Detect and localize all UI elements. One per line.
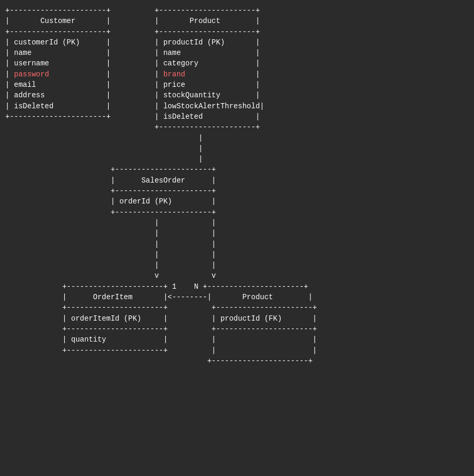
diagram-container: +----------------------+ +--------------… [0, 0, 474, 476]
diagram-content: +----------------------+ +--------------… [0, 0, 322, 371]
